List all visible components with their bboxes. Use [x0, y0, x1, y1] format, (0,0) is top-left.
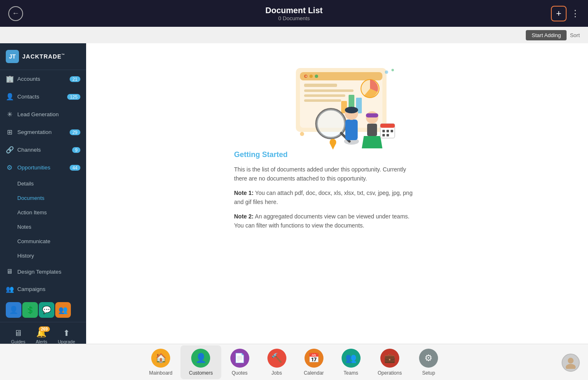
bottom-nav-teams[interactable]: 👥 Teams — [333, 345, 370, 379]
subnav-item-documents[interactable]: Documents — [0, 191, 86, 205]
sub-header: Start Adding Sort — [0, 27, 588, 43]
logo-text: JACKTRADE™ — [22, 53, 65, 60]
bottom-nav-jobs[interactable]: 🔨 Jobs — [258, 345, 295, 379]
user-avatar-container[interactable] — [562, 354, 580, 372]
illustration — [271, 60, 403, 150]
accounts-icon: 🏢 — [6, 75, 13, 83]
sidebar-item-accounts[interactable]: 🏢 Accounts 21 — [0, 70, 86, 88]
upgrade-icon: ⬆ — [63, 328, 70, 338]
sidebar-item-segmentation[interactable]: ⊞ Segmentation 29 — [0, 123, 86, 141]
svg-point-40 — [566, 364, 576, 369]
svg-rect-28 — [382, 130, 385, 132]
quotes-label: Quotes — [232, 370, 248, 376]
svg-rect-30 — [391, 130, 393, 132]
more-options-button[interactable]: ⋮ — [571, 8, 580, 19]
customers-icon: 👤 — [191, 349, 210, 368]
back-button[interactable]: ← — [8, 6, 23, 21]
teams-icon: 👥 — [342, 349, 361, 368]
svg-point-4 — [309, 75, 313, 78]
bottom-nav-calendar[interactable]: 📅 Calendar — [295, 345, 333, 379]
start-adding-button[interactable]: Start Adding — [526, 30, 567, 40]
channels-icon: 🔗 — [6, 146, 13, 154]
page-subtitle: 0 Documents — [265, 15, 323, 21]
svg-point-20 — [345, 107, 358, 113]
sidebar-item-contacts[interactable]: 👤 Contacts 125 — [0, 88, 86, 106]
operations-icon: 💼 — [380, 349, 399, 368]
dock-icon-user[interactable]: 👤 — [6, 302, 21, 318]
svg-rect-22 — [367, 124, 377, 136]
note2-text: An aggregated documents view can be view… — [234, 213, 410, 229]
subnav-item-action-items[interactable]: Action Items — [0, 205, 86, 220]
customers-label: Customers — [189, 370, 213, 376]
svg-marker-34 — [330, 143, 336, 150]
svg-point-35 — [305, 75, 307, 77]
subnav-item-communicate[interactable]: Communicate — [0, 234, 86, 249]
svg-rect-8 — [304, 94, 345, 97]
bottom-nav-customers[interactable]: 👤 Customers — [180, 345, 221, 379]
sidebar-item-channels[interactable]: 🔗 Channels 9 — [0, 141, 86, 159]
svg-point-38 — [300, 132, 304, 136]
sort-label[interactable]: Sort — [570, 32, 580, 38]
quotes-icon: 📄 — [230, 349, 249, 368]
title-block: Document List 0 Documents — [265, 6, 323, 21]
sidebar-item-lead-generation[interactable]: ✳ Lead Generation — [0, 106, 86, 123]
note1-paragraph: Note 1: You can attach pdf, doc, docx, x… — [234, 188, 415, 207]
jobs-label: Jobs — [272, 370, 282, 376]
design-templates-icon: 🖥 — [6, 268, 13, 275]
bottom-nav-mainboard[interactable]: 🏠 Mainboard — [141, 345, 181, 379]
segmentation-icon: ⊞ — [6, 128, 13, 136]
setup-icon: ⚙ — [419, 349, 438, 368]
svg-rect-6 — [304, 84, 337, 87]
getting-started-title: Getting Started — [234, 150, 440, 159]
bottom-navigation: 🏠 Mainboard 👤 Customers 📄 Quotes 🔨 Jobs … — [0, 344, 588, 380]
add-document-button[interactable]: + — [551, 6, 567, 21]
sidebar-bottom: 🖥 Guides 🔔 269 Alerts ⬆ Upgrade — [0, 322, 86, 344]
svg-rect-18 — [345, 120, 358, 140]
mainboard-icon: 🏠 — [151, 349, 170, 368]
main-layout: JT JACKTRADE™ 🏢 Accounts 21 👤 Contacts 1… — [0, 43, 588, 344]
subnav-item-details[interactable]: Details — [0, 176, 86, 191]
bottom-nav-quotes[interactable]: 📄 Quotes — [221, 345, 258, 379]
user-avatar — [562, 354, 580, 372]
sidebar-dock-icons: 👤 💲 💬 👥 — [0, 298, 86, 322]
sidebar-item-opportunities[interactable]: ⚙ Opportunities 44 — [0, 159, 86, 176]
subnav-item-history[interactable]: History — [0, 249, 86, 263]
content-area: Getting Started This is the list of docu… — [86, 43, 588, 344]
upgrade-button[interactable]: ⬆ Upgrade — [58, 328, 75, 344]
note2-label: Note 2: — [234, 213, 253, 220]
svg-point-5 — [315, 75, 318, 78]
sidebar-item-campaigns[interactable]: 👥 Campaigns — [0, 280, 86, 298]
svg-rect-32 — [387, 134, 389, 136]
desc-paragraph-1: This is the list of documents added unde… — [234, 165, 415, 183]
dock-icon-dollar[interactable]: 💲 — [22, 302, 38, 318]
guides-button[interactable]: 🖥 Guides — [11, 328, 26, 344]
sidebar: JT JACKTRADE™ 🏢 Accounts 21 👤 Contacts 1… — [0, 43, 86, 344]
svg-rect-31 — [382, 134, 385, 136]
svg-point-37 — [391, 69, 394, 71]
alerts-button[interactable]: 🔔 269 Alerts — [36, 328, 47, 344]
lead-generation-icon: ✳ — [6, 110, 13, 118]
subnav-item-notes[interactable]: Notes — [0, 220, 86, 234]
svg-marker-23 — [362, 136, 382, 148]
guides-icon: 🖥 — [14, 328, 22, 338]
calendar-label: Calendar — [304, 370, 324, 376]
right-controls: + ⋮ — [551, 6, 580, 21]
contacts-icon: 👤 — [6, 93, 13, 101]
getting-started-description: This is the list of documents added unde… — [234, 165, 415, 230]
svg-point-36 — [385, 70, 388, 74]
sidebar-logo: JT JACKTRADE™ — [0, 43, 86, 70]
note2-paragraph: Note 2: An aggregated documents view can… — [234, 212, 415, 230]
operations-label: Operations — [378, 370, 402, 376]
campaigns-icon: 👥 — [6, 285, 13, 293]
top-header: ← Document List 0 Documents + ⋮ — [0, 0, 588, 27]
bottom-nav-operations[interactable]: 💼 Operations — [370, 345, 410, 379]
mainboard-label: Mainboard — [149, 370, 173, 376]
dock-icon-group[interactable]: 👥 — [55, 302, 71, 318]
dock-icon-chat[interactable]: 💬 — [39, 302, 54, 318]
note1-text: You can attach pdf, doc, docx, xls, xlsx… — [234, 190, 412, 205]
jobs-icon: 🔨 — [267, 349, 286, 368]
svg-rect-27 — [380, 124, 395, 128]
logo-icon: JT — [6, 50, 19, 63]
sidebar-item-design-templates[interactable]: 🖥 Design Templates — [0, 263, 86, 280]
bottom-nav-setup[interactable]: ⚙ Setup — [410, 345, 447, 379]
